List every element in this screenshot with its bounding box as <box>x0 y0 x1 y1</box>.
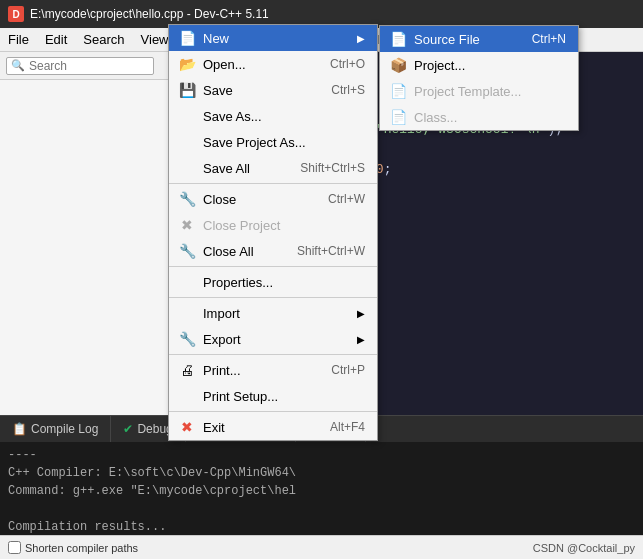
class-label: Class... <box>414 110 457 125</box>
shorten-paths-label: Shorten compiler paths <box>25 542 138 554</box>
menu-exit[interactable]: ✖ Exit Alt+F4 <box>169 414 377 440</box>
search-wrapper: 🔍 <box>6 57 154 75</box>
menu-saveproject[interactable]: Save Project As... <box>169 129 377 155</box>
printsetup-label: Print Setup... <box>203 389 278 404</box>
new-icon: 📄 <box>177 28 197 48</box>
saveproject-label: Save Project As... <box>203 135 306 150</box>
sep4 <box>169 354 377 355</box>
search-input[interactable] <box>29 59 149 73</box>
menu-new[interactable]: 📄 New ▶ <box>169 25 377 51</box>
open-label: Open... <box>203 57 246 72</box>
exit-shortcut: Alt+F4 <box>330 420 365 434</box>
export-arrow: ▶ <box>357 334 365 345</box>
menu-export[interactable]: 🔧 Export ▶ <box>169 326 377 352</box>
save-shortcut: Ctrl+S <box>331 83 365 97</box>
open-icon: 📂 <box>177 54 197 74</box>
import-arrow: ▶ <box>357 308 365 319</box>
status-bar: Shorten compiler paths CSDN @Cocktail_py <box>0 535 643 559</box>
print-label: Print... <box>203 363 241 378</box>
sourcefile-icon: 📄 <box>388 29 408 49</box>
project-icon: 📦 <box>388 55 408 75</box>
printsetup-icon <box>177 386 197 406</box>
menu-saveall[interactable]: Save All Shift+Ctrl+S <box>169 155 377 181</box>
closeall-label: Close All <box>203 244 254 259</box>
title-text: E:\mycode\cproject\hello.cpp - Dev-C++ 5… <box>30 7 269 21</box>
tab-compilelog[interactable]: 📋 Compile Log <box>0 416 111 442</box>
saveproject-icon <box>177 132 197 152</box>
save-icon: 💾 <box>177 80 197 100</box>
open-shortcut: Ctrl+O <box>330 57 365 71</box>
submenu-project[interactable]: 📦 Project... <box>380 52 578 78</box>
exit-label: Exit <box>203 420 225 435</box>
saveall-icon <box>177 158 197 178</box>
close-shortcut: Ctrl+W <box>328 192 365 206</box>
print-shortcut: Ctrl+P <box>331 363 365 377</box>
saveall-shortcut: Shift+Ctrl+S <box>300 161 365 175</box>
menu-printsetup[interactable]: Print Setup... <box>169 383 377 409</box>
closeproject-label: Close Project <box>203 218 280 233</box>
sep2 <box>169 266 377 267</box>
menu-file[interactable]: File <box>0 28 37 51</box>
exit-icon: ✖ <box>177 417 197 437</box>
template-icon: 📄 <box>388 81 408 101</box>
log-line-5: Compilation results... <box>8 518 635 535</box>
project-dropdown: 📄 New ▶ 📂 Open... Ctrl+O 💾 Save Ctrl+S S… <box>168 24 378 441</box>
log-line-2: C++ Compiler: E:\soft\c\Dev-Cpp\MinGW64\ <box>8 464 635 482</box>
search-icon: 🔍 <box>11 59 25 72</box>
status-credit: CSDN @Cocktail_py <box>533 542 635 554</box>
compilelog-icon: 📋 <box>12 422 27 436</box>
menu-open[interactable]: 📂 Open... Ctrl+O <box>169 51 377 77</box>
closeall-shortcut: Shift+Ctrl+W <box>297 244 365 258</box>
print-icon: 🖨 <box>177 360 197 380</box>
log-line-1: ---- <box>8 446 635 464</box>
menu-properties[interactable]: Properties... <box>169 269 377 295</box>
menu-search[interactable]: Search <box>75 28 132 51</box>
menu-close[interactable]: 🔧 Close Ctrl+W <box>169 186 377 212</box>
project-label: Project... <box>414 58 465 73</box>
menu-saveas[interactable]: Save As... <box>169 103 377 129</box>
sourcefile-shortcut: Ctrl+N <box>532 32 566 46</box>
bottom-content: ---- C++ Compiler: E:\soft\c\Dev-Cpp\Min… <box>0 442 643 535</box>
submenu-sourcefile[interactable]: 📄 Source File Ctrl+N <box>380 26 578 52</box>
closeproject-icon: ✖ <box>177 215 197 235</box>
submenu-class: 📄 Class... <box>380 104 578 130</box>
submenu-template: 📄 Project Template... <box>380 78 578 104</box>
saveas-label: Save As... <box>203 109 262 124</box>
new-submenu: 📄 Source File Ctrl+N 📦 Project... 📄 Proj… <box>379 25 579 131</box>
menu-edit[interactable]: Edit <box>37 28 75 51</box>
sep1 <box>169 183 377 184</box>
compilelog-label: Compile Log <box>31 422 98 436</box>
close-icon: 🔧 <box>177 189 197 209</box>
menu-save[interactable]: 💾 Save Ctrl+S <box>169 77 377 103</box>
log-line-4 <box>8 500 635 518</box>
debug-icon: ✔ <box>123 422 133 436</box>
properties-icon <box>177 272 197 292</box>
sep5 <box>169 411 377 412</box>
sep3 <box>169 297 377 298</box>
import-icon <box>177 303 197 323</box>
saveas-icon <box>177 106 197 126</box>
properties-label: Properties... <box>203 275 273 290</box>
export-icon: 🔧 <box>177 329 197 349</box>
class-icon: 📄 <box>388 107 408 127</box>
menu-print[interactable]: 🖨 Print... Ctrl+P <box>169 357 377 383</box>
export-label: Export <box>203 332 241 347</box>
save-label: Save <box>203 83 233 98</box>
template-label: Project Template... <box>414 84 521 99</box>
new-label: New <box>203 31 229 46</box>
closeall-icon: 🔧 <box>177 241 197 261</box>
app-icon: D <box>8 6 24 22</box>
menu-closeall[interactable]: 🔧 Close All Shift+Ctrl+W <box>169 238 377 264</box>
new-arrow: ▶ <box>357 33 365 44</box>
menu-closeproject: ✖ Close Project <box>169 212 377 238</box>
menu-import[interactable]: Import ▶ <box>169 300 377 326</box>
log-line-3: Command: g++.exe "E:\mycode\cproject\hel <box>8 482 635 500</box>
import-label: Import <box>203 306 240 321</box>
shorten-paths-input[interactable] <box>8 541 21 554</box>
shorten-paths-checkbox[interactable]: Shorten compiler paths <box>8 541 138 554</box>
sourcefile-label: Source File <box>414 32 480 47</box>
close-label: Close <box>203 192 236 207</box>
saveall-label: Save All <box>203 161 250 176</box>
